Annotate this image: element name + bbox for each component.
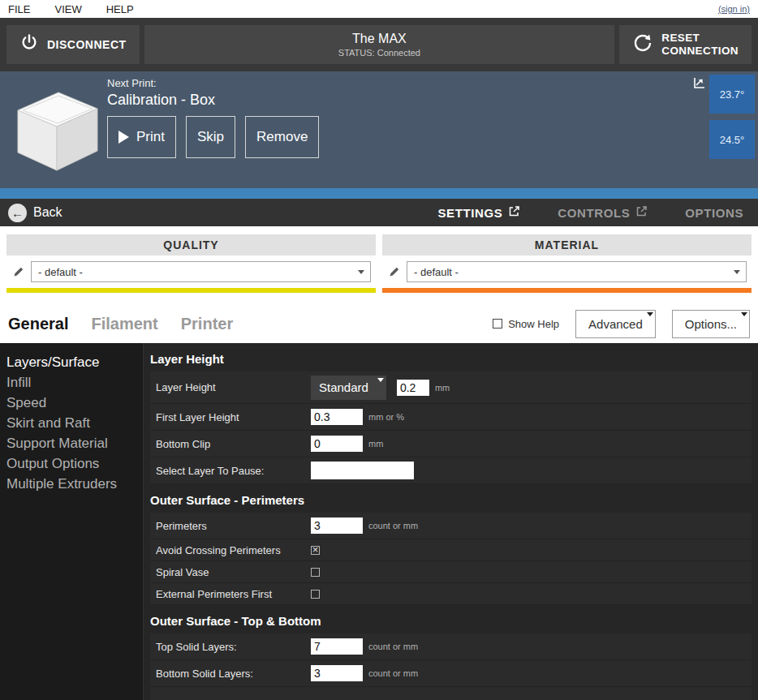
- units-label: count or mm: [368, 642, 418, 651]
- remove-button[interactable]: Remove: [245, 116, 319, 158]
- avoid-crossing-perimeters-checkbox[interactable]: ×: [311, 546, 320, 555]
- show-help-label: Show Help: [508, 318, 559, 330]
- back-arrow-icon: ←: [8, 204, 27, 222]
- connection-toolbar: DISCONNECT The MAX STATUS: Connected RES…: [0, 18, 758, 71]
- setting-row-bottom-solid-layers: Bottom Solid Layers: count or mm: [150, 660, 752, 687]
- back-button[interactable]: ← Back: [8, 204, 62, 222]
- spiral-vase-checkbox[interactable]: ×: [311, 568, 320, 577]
- options-button-label: Options...: [685, 317, 737, 331]
- popout-icon[interactable]: [508, 205, 520, 220]
- sidebar-item-output-options[interactable]: Output Options: [0, 454, 143, 475]
- nav-settings[interactable]: SETTINGS: [438, 205, 521, 220]
- back-label: Back: [33, 205, 62, 220]
- print-button[interactable]: Print: [107, 116, 176, 158]
- show-help-toggle[interactable]: Show Help: [493, 318, 559, 330]
- section-title: Layer Height: [144, 343, 758, 371]
- printer-status-panel[interactable]: The MAX STATUS: Connected: [144, 25, 615, 64]
- layer-pause-input[interactable]: [311, 462, 414, 479]
- chevron-down-icon: [377, 378, 384, 382]
- menu-bar: FILE VIEW HELP (sign in): [0, 0, 758, 18]
- tab-filament[interactable]: Filament: [91, 315, 157, 333]
- printer-name: The MAX: [352, 32, 407, 46]
- reset-connection-button[interactable]: RESET CONNECTION: [619, 25, 752, 64]
- empty-row: [150, 687, 752, 700]
- skip-button-label: Skip: [197, 129, 224, 145]
- bottom-solid-layers-input[interactable]: [311, 665, 363, 681]
- settings-sidebar: Layers/Surface Infill Speed Skirt and Ra…: [0, 343, 144, 700]
- external-perimeters-first-checkbox[interactable]: ×: [311, 590, 320, 599]
- options-label: OPTIONS: [685, 206, 743, 220]
- reset-label-line1: RESET: [661, 32, 739, 45]
- setting-row-external-perimeters-first: External Perimeters First ×: [150, 583, 752, 605]
- setting-label: Avoid Crossing Perimeters: [156, 544, 311, 556]
- setting-label: Select Layer To Pause:: [156, 465, 311, 477]
- setting-label: Bottom Solid Layers:: [156, 668, 311, 680]
- edit-pencil-icon[interactable]: [6, 265, 31, 278]
- settings-content: Layer Height Layer Height Standard mm Fi…: [144, 343, 758, 700]
- chevron-down-icon: [734, 270, 740, 274]
- material-accent-bar: [382, 288, 752, 293]
- menu-file[interactable]: FILE: [8, 3, 30, 15]
- units-label: mm or %: [368, 412, 404, 422]
- remove-button-label: Remove: [256, 129, 308, 145]
- units-label: count or mm: [368, 521, 418, 530]
- settings-main: Layers/Surface Infill Speed Skirt and Ra…: [0, 343, 758, 700]
- setting-label: Spiral Vase: [156, 566, 311, 578]
- layer-height-preset-dropdown[interactable]: Standard: [311, 376, 386, 400]
- reset-label-line2: CONNECTION: [661, 45, 739, 58]
- show-help-checkbox[interactable]: [493, 319, 502, 329]
- setting-row-spiral-vase: Spiral Vase ×: [150, 561, 752, 583]
- material-panel-title: MATERIAL: [382, 234, 752, 256]
- tab-general[interactable]: General: [8, 315, 68, 333]
- layer-height-preset-value: Standard: [319, 380, 368, 394]
- temperature-graph-icon[interactable]: [691, 76, 706, 91]
- quality-preset-select[interactable]: - default -: [31, 261, 371, 282]
- print-button-label: Print: [136, 129, 165, 145]
- sidebar-item-infill[interactable]: Infill: [0, 373, 143, 393]
- perimeters-input[interactable]: [311, 517, 363, 534]
- print-thumbnail[interactable]: [11, 79, 102, 177]
- sidebar-item-speed[interactable]: Speed: [0, 393, 143, 414]
- material-preset-select[interactable]: - default -: [407, 261, 747, 282]
- chevron-down-icon: [647, 312, 653, 316]
- settings-tab-row: General Filament Printer Show Help Advan…: [0, 304, 758, 343]
- edit-pencil-icon[interactable]: [382, 265, 407, 278]
- popout-icon[interactable]: [635, 205, 648, 220]
- top-solid-layers-input[interactable]: [311, 638, 363, 655]
- skip-button[interactable]: Skip: [186, 116, 235, 158]
- setting-label: Layer Height: [156, 381, 311, 393]
- sidebar-item-multiple-extruders[interactable]: Multiple Extruders: [0, 475, 143, 495]
- sidebar-item-layers-surface[interactable]: Layers/Surface: [0, 353, 143, 373]
- section-title: Outer Surface - Perimeters: [144, 484, 758, 513]
- controls-label: CONTROLS: [558, 206, 630, 220]
- setting-label: Top Solid Layers:: [156, 641, 311, 653]
- advanced-label: Advanced: [588, 317, 643, 331]
- settings-label: SETTINGS: [438, 206, 503, 220]
- extruder-temperature-badge[interactable]: 23.7°: [709, 75, 755, 114]
- advanced-dropdown-button[interactable]: Advanced: [575, 310, 656, 338]
- disconnect-button[interactable]: DISCONNECT: [6, 25, 140, 64]
- setting-row-layer-height: Layer Height Standard mm: [150, 371, 752, 404]
- nav-controls[interactable]: CONTROLS: [558, 205, 648, 220]
- layer-height-input[interactable]: [397, 380, 429, 396]
- setting-label: Perimeters: [156, 520, 311, 532]
- bed-temperature-badge[interactable]: 24.5°: [709, 120, 755, 159]
- tab-printer[interactable]: Printer: [181, 315, 233, 333]
- menu-help[interactable]: HELP: [106, 3, 134, 15]
- power-icon: [19, 33, 39, 56]
- bottom-clip-input[interactable]: [311, 436, 363, 452]
- queue-item-name: Calibration - Box: [107, 92, 319, 109]
- nav-options[interactable]: OPTIONS: [685, 205, 743, 220]
- sidebar-item-skirt-raft[interactable]: Skirt and Raft: [0, 414, 143, 434]
- quality-accent-bar: [6, 288, 376, 293]
- next-print-label: Next Print:: [107, 77, 319, 89]
- setting-row-first-layer-height: First Layer Height mm or %: [150, 404, 752, 431]
- section-title: Outer Surface - Top & Bottom: [144, 605, 758, 633]
- sign-in-link[interactable]: (sign in): [718, 4, 750, 14]
- setting-row-bottom-clip: Bottom Clip mm: [150, 431, 752, 457]
- first-layer-height-input[interactable]: [311, 409, 363, 425]
- options-dropdown-button[interactable]: Options...: [672, 310, 750, 338]
- print-queue-panel: Next Print: Calibration - Box Print Skip…: [0, 71, 758, 188]
- sidebar-item-support-material[interactable]: Support Material: [0, 434, 143, 454]
- menu-view[interactable]: VIEW: [54, 3, 81, 15]
